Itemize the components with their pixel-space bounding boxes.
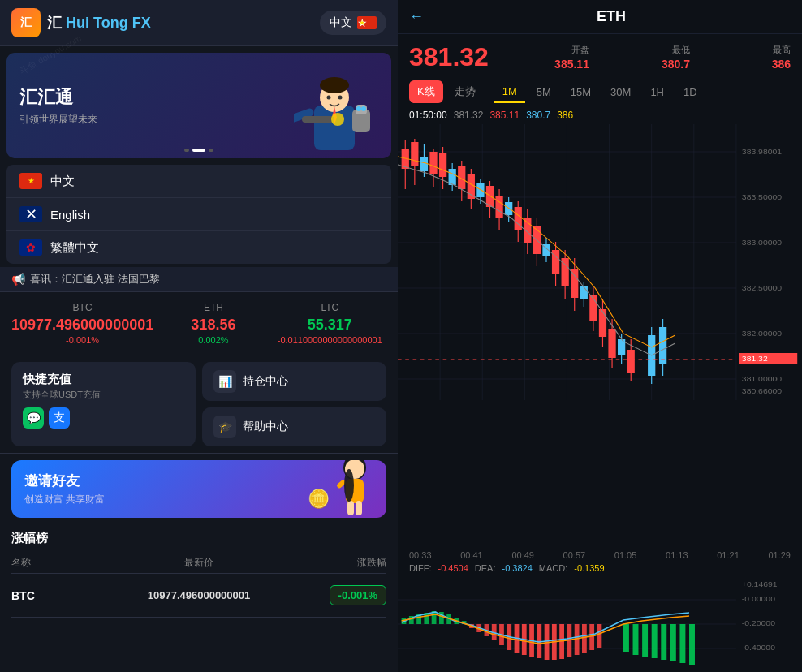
low-value: 380.7: [602, 58, 690, 71]
lang-option-zh[interactable]: ★ 中文: [6, 165, 391, 198]
ltc-value: 55.317: [274, 317, 386, 334]
invite-decoration: 🪙: [308, 460, 375, 518]
invite-subtitle: 创造财富 共享财富: [24, 493, 105, 506]
lang-option-tw[interactable]: ✿ 繁體中文: [6, 231, 391, 264]
svg-rect-129: [623, 624, 629, 652]
high-label: 最高: [703, 44, 791, 56]
logo-text: 汇 Hui Tong FX: [47, 13, 151, 32]
svg-rect-79: [608, 329, 615, 358]
girl-figure: [334, 460, 375, 518]
open-label: 开盘: [502, 44, 589, 56]
help-icon: 🎓: [213, 416, 236, 438]
macd-histogram: +0.14691 -0.00000 -0.20000 -0.40000: [398, 575, 802, 672]
macd-value: -0.1359: [574, 563, 604, 573]
svg-rect-132: [652, 624, 658, 658]
svg-text:383.50000: 383.50000: [742, 193, 783, 201]
invite-banner[interactable]: 邀请好友 创造财富 共享财富 🪙: [11, 460, 386, 518]
zh-flag-icon: ★: [19, 173, 42, 189]
dea-value: -0.3824: [502, 563, 533, 573]
app-header: 汇 汇 Hui Tong FX 中文 ★: [0, 0, 398, 46]
tab-kline[interactable]: K线: [409, 80, 443, 103]
dot-2-active: [192, 149, 205, 152]
portfolio-icon: 📊: [213, 370, 236, 393]
time-axis: 00:33 00:41 00:49 00:57 01:05 01:13 01:2…: [398, 549, 802, 562]
tw-label: 繁體中文: [50, 240, 99, 256]
tab-trend[interactable]: 走势: [446, 80, 484, 103]
tab-1h[interactable]: 1H: [642, 82, 672, 102]
svg-rect-41: [429, 152, 437, 174]
quick-actions: 快捷充值 支持全球USDT充值 💬 支 📊 持仓中心 🎓 帮助中心: [0, 355, 398, 454]
svg-text:381.32: 381.32: [742, 355, 768, 363]
low-label: 最低: [602, 44, 690, 56]
banner-subtitle: 引领世界展望未来: [19, 113, 378, 127]
svg-rect-134: [670, 624, 676, 661]
left-panel: 汇 汇 Hui Tong FX 中文 ★ 汇汇通 引领世界展望未来: [0, 0, 398, 672]
svg-rect-127: [589, 624, 594, 650]
time-label-5: 01:13: [666, 550, 688, 560]
table-header: 名称 最新价 涨跌幅: [11, 553, 386, 574]
timestamp: 01:50:00: [409, 110, 447, 121]
time-label-2: 00:49: [511, 550, 534, 560]
col-change: 涨跌幅: [261, 556, 386, 570]
tab-5m[interactable]: 5M: [528, 82, 559, 102]
tab-30m[interactable]: 30M: [602, 82, 639, 102]
tw-flag-icon: ✿: [19, 239, 42, 256]
svg-text:380.66000: 380.66000: [742, 387, 783, 395]
svg-rect-16: [347, 501, 354, 515]
time-label-4: 01:05: [614, 550, 637, 560]
action-right: 📊 持仓中心 🎓 帮助中心: [202, 362, 386, 446]
svg-rect-39: [420, 157, 428, 171]
high-stat: 最高 386: [703, 44, 791, 71]
recharge-card[interactable]: 快捷充值 支持全球USDT充值 💬 支: [11, 362, 196, 446]
candlestick-chart: .grid-line { stroke: #1e2535; stroke-wid…: [398, 124, 802, 400]
svg-rect-128: [597, 624, 602, 648]
eth-value: 318.56: [157, 317, 269, 334]
tab-15m[interactable]: 15M: [563, 82, 599, 102]
language-button[interactable]: 中文 ★: [320, 11, 386, 35]
svg-rect-45: [449, 169, 456, 185]
table-title: 涨幅榜: [11, 531, 386, 546]
logo-en: Hui Tong FX: [62, 15, 151, 31]
alipay-icon: 支: [49, 407, 70, 429]
svg-text:382.50000: 382.50000: [742, 284, 783, 292]
zh-label: 中文: [50, 174, 75, 189]
time-label-6: 01:21: [717, 550, 739, 560]
coins-icon: 🪙: [308, 489, 330, 510]
table-row[interactable]: BTC 10977.496000000001 -0.001%: [11, 574, 386, 618]
ltc-label: LTC: [274, 302, 386, 313]
svg-rect-77: [599, 309, 606, 337]
right-panel: ← ETH 381.32 开盘 385.11 最低 380.7 最高 386 K…: [398, 0, 802, 672]
svg-rect-133: [661, 624, 666, 660]
tab-1m[interactable]: 1M: [494, 81, 525, 103]
lang-option-en[interactable]: English: [6, 198, 391, 231]
svg-rect-135: [679, 624, 685, 663]
en-label: English: [50, 208, 90, 222]
main-chart-area: .grid-line { stroke: #1e2535; stroke-wid…: [398, 124, 802, 549]
svg-rect-17: [356, 501, 362, 515]
open-value: 385.11: [502, 58, 589, 71]
portfolio-label: 持仓中心: [243, 374, 288, 389]
portfolio-item[interactable]: 📊 持仓中心: [202, 362, 386, 401]
back-button[interactable]: ←: [409, 8, 424, 25]
current-price: 381.32: [409, 42, 489, 72]
tab-1d[interactable]: 1D: [675, 82, 705, 102]
logo-abbr: 汇: [20, 15, 32, 30]
recharge-title: 快捷充值: [23, 372, 184, 387]
prices-row: BTC 10977.496000000001 -0.001% ETH 318.5…: [0, 292, 398, 355]
eth-label: ETH: [157, 302, 269, 313]
wechat-pay-icon: 💬: [23, 407, 44, 429]
invite-text: 邀请好友 创造财富 共享财富: [24, 472, 105, 506]
macd-labels: DIFF: -0.4504 DEA: -0.3824 MACD: -0.1359: [398, 562, 802, 575]
ltc-change: -0.0110000000000000001: [274, 335, 386, 345]
svg-rect-83: [627, 350, 635, 373]
help-item[interactable]: 🎓 帮助中心: [202, 407, 386, 446]
eth-price-item[interactable]: ETH 318.56 0.002%: [157, 302, 269, 345]
btc-price-item[interactable]: BTC 10977.496000000001 -0.001%: [11, 302, 153, 345]
svg-text:382.00000: 382.00000: [742, 330, 783, 338]
svg-text:-0.40000: -0.40000: [742, 644, 776, 652]
ts-open: 381.32: [454, 110, 484, 121]
ltc-price-item[interactable]: LTC 55.317 -0.0110000000000000001: [274, 302, 386, 345]
svg-text:-0.00000: -0.00000: [742, 595, 776, 603]
high-value: 386: [703, 58, 791, 71]
diff-value: -0.4504: [438, 563, 468, 573]
